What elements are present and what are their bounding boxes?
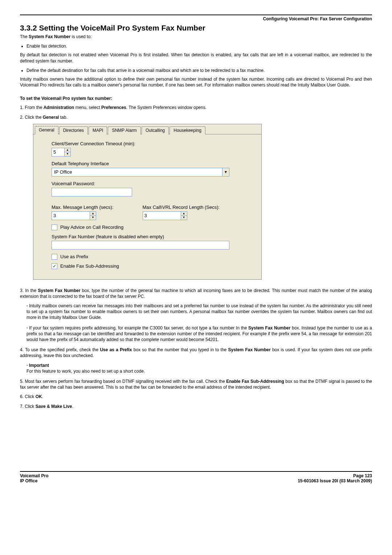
tab-outcalling[interactable]: Outcalling <box>142 126 169 134</box>
step-3-sub-1: Intuity mailbox owners can receive fax m… <box>26 303 372 321</box>
footer-left-2: IP Office <box>20 478 37 483</box>
tab-directories[interactable]: Directories <box>59 126 88 134</box>
play-advice-checkbox[interactable] <box>52 224 57 230</box>
enable-fax-sub-checkbox[interactable] <box>52 263 57 269</box>
intro-bullet-2: Define the default destination for fax c… <box>26 68 372 73</box>
use-as-prefix-label: Use as Prefix <box>60 254 88 259</box>
telephony-value: IP Office <box>52 168 222 176</box>
play-advice-label: Play Advice on Call Recording <box>60 224 123 230</box>
intro-bullet-1: Enable fax detection. <box>26 43 372 49</box>
client-timeout-label: Client/Server Connection Timeout (min): <box>52 141 253 146</box>
spinner-down-icon[interactable]: ▼ <box>90 216 96 220</box>
footer-right-1: Page 123 <box>353 473 372 478</box>
max-vrl-input[interactable]: 3 ▲ ▼ <box>143 211 187 220</box>
telephony-label: Default Telephony Interface <box>52 161 253 166</box>
step-5: 5. Most fax servers perform fax forwardi… <box>20 378 372 390</box>
spinner-down-icon[interactable]: ▼ <box>65 152 70 156</box>
step-6: 6. Click OK. <box>20 394 372 400</box>
client-timeout-value: 5 <box>52 148 64 156</box>
tab-housekeeping[interactable]: Housekeeping <box>170 126 205 134</box>
telephony-combo[interactable]: IP Office ▼ <box>52 168 229 177</box>
spinner-up-icon[interactable]: ▲ <box>65 148 70 153</box>
preferences-dialog: General Directories MAPI SNMP Alarm Outc… <box>33 124 262 280</box>
vm-password-input[interactable] <box>52 188 132 197</box>
step-2: 2. Click the General tab. <box>20 114 372 120</box>
tab-strip: General Directories MAPI SNMP Alarm Outc… <box>33 124 261 134</box>
max-msg-label: Max. Message Length (secs): <box>52 204 114 210</box>
page-category: Configuring Voicemail Pro: Fax Server Co… <box>20 16 372 21</box>
tab-snmp-alarm[interactable]: SNMP Alarm <box>108 126 140 134</box>
step-3-sub-2: If your fax system requires prefix addre… <box>26 325 372 343</box>
intro-para-2: Intuity mailbox owners have the addition… <box>20 76 372 88</box>
spinner-up-icon[interactable]: ▲ <box>90 212 96 216</box>
sys-fax-input[interactable] <box>52 241 229 250</box>
procedure-title: To set the Voicemail Pro system fax numb… <box>20 96 372 101</box>
step-1: 1. From the Administration menu, select … <box>20 105 372 110</box>
spinner-up-icon[interactable]: ▲ <box>181 212 187 216</box>
max-msg-input[interactable]: 3 ▲ ▼ <box>52 211 96 220</box>
tab-mapi[interactable]: MAPI <box>89 126 107 134</box>
vm-password-label: Voicemail Password: <box>52 181 253 186</box>
max-msg-value: 3 <box>52 212 90 220</box>
intro-para-1: By default fax detection is not enabled … <box>20 52 372 64</box>
intro-lead: The System Fax Number is used to: <box>20 34 372 40</box>
client-timeout-input[interactable]: 5 ▲ ▼ <box>52 148 71 157</box>
footer-right-2: 15-601063 Issue 20l (03 March 2009) <box>298 478 372 483</box>
step-4: 4. To use the specified prefix, check th… <box>20 347 372 358</box>
section-heading: 3.3.2 Setting the VoiceMail Pro System F… <box>20 24 372 32</box>
chevron-down-icon[interactable]: ▼ <box>222 168 229 176</box>
footer-left-1: Voicemail Pro <box>20 473 48 478</box>
max-vrl-label: Max Call\VRL Record Length (Secs): <box>143 204 220 210</box>
enable-fax-sub-label: Enable Fax Sub-Addressing <box>60 263 119 269</box>
tab-general[interactable]: General <box>35 126 58 134</box>
step-4-important: ImportantFor this feature to work, you a… <box>26 362 372 374</box>
spinner-down-icon[interactable]: ▼ <box>181 216 187 220</box>
step-3: 3. In the System Fax Number box, type th… <box>20 288 372 299</box>
step-7: 7. Click Save & Make Live. <box>20 404 372 409</box>
sys-fax-label: System Fax Number (feature is disabled w… <box>52 234 253 239</box>
use-as-prefix-checkbox[interactable] <box>52 254 57 260</box>
max-vrl-value: 3 <box>143 212 181 220</box>
